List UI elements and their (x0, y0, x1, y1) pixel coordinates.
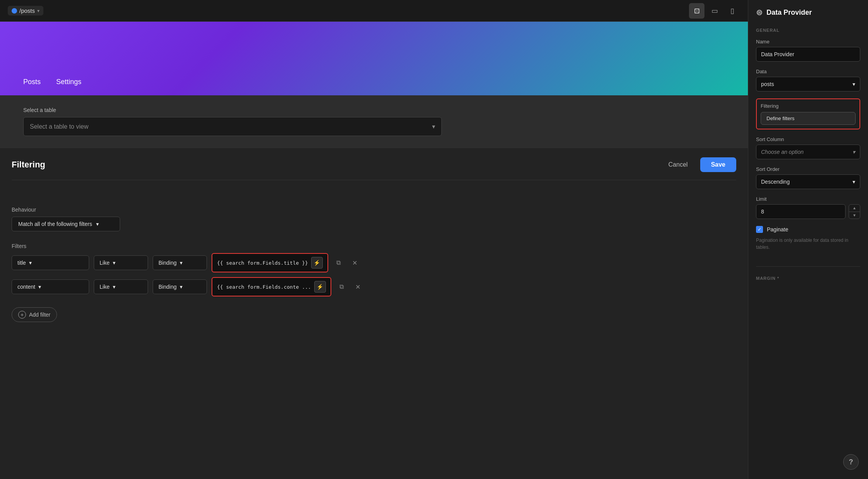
filters-label: Filters (12, 243, 736, 249)
filter-row: title ▾ Like ▾ Binding ▾ {{ search form.… (12, 253, 736, 272)
select-table-placeholder: Select a table to view (30, 123, 88, 130)
limit-row: ▲ ▼ (756, 204, 860, 219)
nav-item-posts[interactable]: Posts (23, 78, 41, 88)
type-chevron-2: ▾ (180, 284, 183, 290)
type-dropdown-1[interactable]: Binding ▾ (153, 255, 207, 270)
lightning-button-1[interactable]: ⚡ (311, 257, 323, 269)
preview-area: Posts Settings Select a table Select a t… (0, 22, 748, 148)
limit-increment-button[interactable]: ▲ (849, 205, 860, 212)
field-dropdown-2[interactable]: content ▾ (12, 279, 89, 294)
binding-text-1: {{ search form.Fields.title }} (217, 260, 308, 266)
help-button[interactable]: ? (843, 454, 859, 470)
sort-column-select[interactable]: Choose an option ▾ (756, 145, 860, 159)
filtering-title: Filtering (12, 160, 45, 170)
sort-order-select[interactable]: Descending ▾ (756, 174, 860, 189)
behaviour-dropdown[interactable]: Match all of the following filters ▾ (12, 217, 120, 231)
save-button[interactable]: Save (700, 157, 736, 172)
delete-button-1[interactable]: ✕ (349, 257, 361, 269)
field-value-1: title (17, 260, 26, 266)
right-sidebar: ⊜ Data Provider GENERAL Name Data posts … (748, 0, 868, 479)
copy-button-2[interactable]: ⧉ (336, 281, 348, 293)
device-buttons: ⊡ ▭ ▯ (689, 3, 740, 19)
binding-field-2[interactable]: {{ search form.Fields.conte ... ⚡ (212, 277, 331, 296)
copy-button-1[interactable]: ⧉ (333, 257, 344, 269)
margin-label: MARGIN * (756, 276, 860, 281)
data-select[interactable]: posts ▾ (756, 77, 860, 91)
scroll-hint (12, 192, 736, 203)
limit-spinners: ▲ ▼ (849, 204, 860, 219)
route-indicator[interactable]: /posts ▾ (8, 6, 43, 16)
chevron-down-icon: ▾ (37, 8, 40, 14)
operator-chevron-1: ▾ (113, 260, 115, 266)
add-filter-label: Add filter (29, 312, 50, 318)
select-table-chevron: ▾ (432, 123, 435, 130)
select-table-dropdown[interactable]: Select a table to view ▾ (23, 117, 442, 136)
preview-nav: Posts Settings (23, 78, 81, 88)
sort-column-group: Sort Column Choose an option ▾ (756, 136, 860, 159)
paginate-note: Pagination is only available for data st… (756, 237, 860, 251)
data-provider-icon: ⊜ (756, 8, 763, 17)
filters-section: Filters title ▾ Like ▾ Binding ▾ {{ sear… (12, 243, 736, 322)
sort-order-value: Descending (761, 179, 790, 185)
cancel-button[interactable]: Cancel (662, 158, 694, 171)
behaviour-chevron: ▾ (96, 221, 99, 227)
paginate-checkbox[interactable]: ✓ (756, 226, 763, 233)
preview-banner: Posts Settings (0, 22, 748, 95)
name-field-group: Name (756, 39, 860, 62)
data-select-chevron: ▾ (852, 81, 855, 87)
operator-chevron-2: ▾ (113, 284, 115, 290)
sort-column-chevron: ▾ (852, 149, 855, 155)
general-heading: GENERAL (756, 28, 860, 33)
route-text: /posts (19, 7, 35, 14)
sort-order-group: Sort Order Descending ▾ (756, 166, 860, 189)
sort-order-chevron: ▾ (852, 179, 855, 185)
binding-field-1[interactable]: {{ search form.Fields.title }} ⚡ (212, 253, 328, 272)
limit-group: Limit ▲ ▼ (756, 196, 860, 219)
type-dropdown-2[interactable]: Binding ▾ (153, 279, 207, 294)
add-filter-plus-icon: + (18, 311, 26, 319)
sort-order-label: Sort Order (756, 166, 860, 172)
name-input[interactable] (756, 47, 860, 62)
sort-column-label: Sort Column (756, 136, 860, 142)
behaviour-value: Match all of the following filters (18, 221, 92, 227)
sort-column-placeholder: Choose an option (761, 149, 804, 155)
data-select-value: posts (761, 81, 774, 87)
operator-value-1: Like (100, 260, 110, 266)
field-value-2: content (17, 284, 35, 290)
operator-dropdown-2[interactable]: Like ▾ (94, 279, 148, 294)
mobile-device-button[interactable]: ▯ (725, 3, 740, 19)
name-label: Name (756, 39, 860, 45)
paginate-row[interactable]: ✓ Paginate (756, 226, 860, 233)
operator-value-2: Like (100, 284, 110, 290)
preview-body: Select a table Select a table to view ▾ (0, 95, 748, 148)
define-filters-button[interactable]: Define filters (761, 112, 856, 125)
limit-decrement-button[interactable]: ▼ (849, 212, 860, 219)
filtering-section-box: Filtering Define filters (756, 98, 860, 129)
nav-item-settings[interactable]: Settings (56, 78, 81, 88)
lightning-button-2[interactable]: ⚡ (314, 281, 326, 293)
top-bar-left: /posts ▾ (8, 6, 43, 16)
filtering-panel: Filtering Cancel Save Behaviour Match al… (0, 148, 748, 479)
field-dropdown-1[interactable]: title ▾ (12, 255, 89, 270)
divider (756, 266, 860, 267)
filtering-header: Filtering Cancel Save (12, 148, 736, 180)
data-label: Data (756, 69, 860, 74)
delete-button-2[interactable]: ✕ (352, 281, 364, 293)
filtering-section-label: Filtering (761, 103, 856, 109)
sidebar-title-text: Data Provider (766, 9, 812, 17)
limit-input[interactable] (756, 204, 846, 219)
type-value-1: Binding (158, 260, 177, 266)
operator-dropdown-1[interactable]: Like ▾ (94, 255, 148, 270)
paginate-label: Paginate (767, 226, 788, 233)
binding-text-2: {{ search form.Fields.conte ... (217, 284, 311, 290)
tablet-device-button[interactable]: ▭ (707, 3, 722, 19)
top-bar: /posts ▾ ⊡ ▭ ▯ (0, 0, 748, 22)
behaviour-section: Behaviour Match all of the following fil… (12, 207, 736, 231)
desktop-device-button[interactable]: ⊡ (689, 3, 704, 19)
sidebar-title: ⊜ Data Provider (756, 8, 860, 17)
add-filter-button[interactable]: + Add filter (12, 307, 57, 322)
field-chevron-1: ▾ (29, 260, 32, 266)
type-chevron-1: ▾ (180, 260, 183, 266)
filter-row-2: content ▾ Like ▾ Binding ▾ {{ search for… (12, 277, 736, 296)
type-value-2: Binding (158, 284, 177, 290)
